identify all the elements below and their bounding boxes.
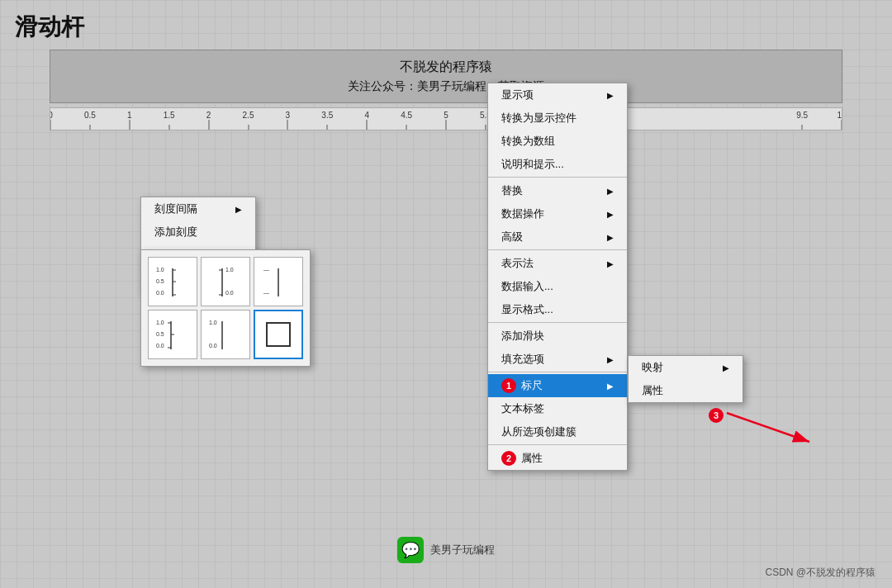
banner-line2: 关注公众号：美男子玩编程，获取资源 (50, 79, 842, 94)
menu-item-从所选项创建簇[interactable]: 从所选项创建簇 (488, 420, 627, 445)
menu-item-数据操作[interactable]: 数据操作▶ (488, 202, 627, 225)
svg-text:1.0: 1.0 (156, 320, 164, 325)
svg-text:1.0: 1.0 (225, 267, 234, 273)
menu-item-表示法[interactable]: 表示法▶ (488, 252, 627, 275)
badge-3: 3 (709, 407, 728, 423)
svg-text:0.0: 0.0 (209, 343, 217, 349)
svg-text:0.5: 0.5 (156, 331, 164, 337)
svg-rect-25 (267, 323, 290, 346)
scale-menu-item-刻度间隔[interactable]: 刻度间隔▶ (141, 197, 255, 220)
menu-item-高级[interactable]: 高级▶ (488, 225, 627, 250)
svg-text:0.0: 0.0 (156, 290, 164, 296)
menu-item-数据输入...[interactable]: 数据输入... (488, 275, 627, 298)
menu-item-显示格式...[interactable]: 显示格式... (488, 298, 627, 323)
menu-item-转换为显示控件[interactable]: 转换为显示控件 (488, 107, 627, 130)
submenu-extra: 映射▶属性 (628, 355, 743, 403)
style-item-0[interactable]: 1.0 0.5 0.0 (148, 257, 197, 306)
menu-item-显示项[interactable]: 显示项▶ (488, 83, 627, 107)
style-item-4[interactable]: 1.0 0.0 (201, 310, 250, 359)
style-item-1[interactable]: 1.0 0.0 (201, 257, 250, 306)
svg-line-27 (727, 413, 809, 442)
banner-line1: 不脱发的程序猿 (50, 59, 842, 76)
watermark-text: 美男子玩编程 (430, 543, 495, 557)
ruler: 00.511.522.533.544.555.566.579.510 (50, 107, 842, 130)
style-grid: 1.0 0.5 0.0 1.0 0.0 — — 1.0 0.5 0.0 1.0 … (148, 257, 303, 359)
extra-menu-属性[interactable]: 属性 (629, 379, 743, 402)
submenu-style: 1.0 0.5 0.0 1.0 0.0 — — 1.0 0.5 0.0 1.0 … (140, 249, 311, 367)
menu-item-转换为数组[interactable]: 转换为数组 (488, 130, 627, 153)
menu-item-替换[interactable]: 替换▶ (488, 179, 627, 202)
menu-item-填充选项[interactable]: 填充选项▶ (488, 348, 627, 372)
svg-text:1.0: 1.0 (209, 320, 217, 325)
menu-item-标尺[interactable]: 1标尺▶ (488, 374, 627, 397)
ruler-inner: 00.511.522.533.544.555.566.579.510 (50, 108, 842, 130)
menu-item-说明和提示...[interactable]: 说明和提示... (488, 153, 627, 178)
svg-text:—: — (263, 267, 269, 273)
svg-text:1.0: 1.0 (156, 267, 164, 273)
context-menu: 显示项▶转换为显示控件转换为数组说明和提示...替换▶数据操作▶高级▶表示法▶数… (487, 83, 628, 471)
menu-item-添加滑块[interactable]: 添加滑块 (488, 325, 627, 348)
svg-text:0.5: 0.5 (156, 278, 164, 284)
watermark-icon: 💬 (397, 537, 424, 563)
style-item-5[interactable] (254, 310, 303, 359)
header-banner: 不脱发的程序猿 关注公众号：美男子玩编程，获取资源 (50, 50, 842, 103)
style-item-2[interactable]: — — (254, 257, 303, 306)
page-title: 滑动杆 (15, 12, 84, 43)
svg-text:0.0: 0.0 (156, 343, 164, 349)
svg-text:0.0: 0.0 (225, 290, 234, 296)
scale-menu-item-添加刻度[interactable]: 添加刻度 (141, 220, 255, 244)
svg-text:—: — (263, 290, 269, 296)
extra-menu-映射[interactable]: 映射▶ (629, 356, 743, 379)
csdn-footer: CSDN @不脱发的程序猿 (765, 566, 875, 580)
main-area: 滑动杆 不脱发的程序猿 关注公众号：美男子玩编程，获取资源 00.511.522… (0, 0, 892, 588)
arrow-annotation (719, 405, 826, 454)
menu-item-文本标签[interactable]: 文本标签 (488, 397, 627, 420)
style-item-3[interactable]: 1.0 0.5 0.0 (148, 310, 197, 359)
menu-item-属性[interactable]: 2属性 (488, 447, 627, 470)
watermark: 💬 美男子玩编程 (397, 537, 495, 563)
